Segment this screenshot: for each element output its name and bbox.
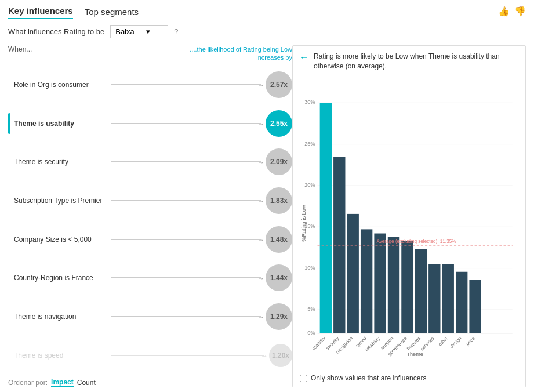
thumbs-down-icon[interactable]: 👎 — [514, 6, 526, 17]
bar-price[interactable] — [469, 280, 481, 333]
item-connector-line: → — [111, 239, 261, 240]
sort-impact-option[interactable]: Impact — [51, 378, 74, 387]
svg-text:20%: 20% — [304, 182, 315, 188]
bar-reliability[interactable] — [374, 233, 386, 333]
filter-row: What influences Rating to be Baixa ▾ ? — [8, 25, 526, 38]
table-row[interactable]: Country-Region is France → 1.44x — [8, 259, 292, 297]
svg-text:5%: 5% — [307, 306, 315, 312]
bar-design[interactable] — [456, 271, 467, 333]
likelihood-label: ....the likelihood of Rating being Low i… — [188, 45, 292, 62]
bar-security[interactable] — [333, 157, 345, 333]
left-header: When... ....the likelihood of Rating bei… — [8, 45, 292, 62]
show-influencers-label[interactable]: Only show values that are influencers — [311, 374, 426, 382]
right-panel-footer: Only show values that are influencers — [300, 374, 518, 382]
filter-prefix-label: What influences Rating to be — [8, 27, 104, 36]
right-panel-title: Rating is more likely to be Low when The… — [314, 52, 518, 71]
bar-chart-container: 30% 25% 20% 15% 10% 5% 0% %Rating is Low — [300, 76, 518, 371]
filter-value: Baixa — [115, 27, 135, 36]
item-connector-line: → — [111, 355, 264, 356]
svg-text:Theme: Theme — [406, 351, 423, 357]
influencer-label: Subscription Type is Premier — [14, 197, 107, 205]
filter-help-icon[interactable]: ? — [174, 27, 178, 36]
influencer-value-bubble: 1.44x — [266, 264, 292, 291]
influencer-label: Theme is usability — [14, 119, 107, 128]
arrow-right-icon: → — [257, 313, 264, 321]
sort-row: Ordenar por: Impact Count — [8, 375, 292, 387]
bar-features[interactable] — [415, 249, 427, 333]
selected-indicator-bar — [8, 113, 10, 134]
bar-services[interactable] — [428, 264, 440, 333]
bar-support[interactable] — [388, 237, 399, 333]
arrow-right-icon: → — [257, 81, 264, 89]
table-row[interactable]: Role in Org is consumer → 2.57x — [8, 66, 292, 104]
back-arrow-icon[interactable]: ← — [300, 52, 309, 63]
bar-chart-svg: 30% 25% 20% 15% 10% 5% 0% %Rating is Low — [300, 76, 518, 371]
svg-text:design: design — [449, 336, 462, 349]
arrow-right-icon: → — [257, 158, 264, 166]
thumbs-up-icon[interactable]: 👍 — [498, 6, 510, 17]
item-connector-line: → — [111, 123, 261, 124]
svg-text:Average (excluding selected): : Average (excluding selected): 11.35% — [376, 238, 456, 244]
item-connector-line: → — [111, 84, 261, 85]
influencer-label: Role in Org is consumer — [14, 81, 107, 89]
table-row[interactable]: Company Size is < 5,000 → 1.48x — [8, 220, 292, 259]
bar-governance[interactable] — [401, 241, 413, 333]
bar-other[interactable] — [442, 264, 454, 333]
svg-text:reliability: reliability — [364, 335, 381, 352]
when-label: When... — [8, 45, 32, 62]
table-row[interactable]: Theme is speed → 1.20x — [8, 336, 292, 375]
influencer-label: Theme is speed — [14, 351, 107, 360]
svg-text:0%: 0% — [307, 329, 315, 335]
item-connector-line: → — [111, 277, 261, 278]
influencer-value-bubble: 2.09x — [266, 148, 292, 175]
table-row[interactable]: Theme is security → 2.09x — [8, 143, 292, 182]
influencer-value-bubble: 1.48x — [266, 226, 292, 253]
svg-text:other: other — [438, 335, 449, 347]
bar-speed[interactable] — [361, 229, 372, 333]
tabs-row: Key influencers Top segments 👍 👎 — [8, 6, 526, 19]
influencer-label: Theme is navigation — [14, 313, 107, 321]
influencer-label: Company Size is < 5,000 — [14, 235, 107, 244]
table-row[interactable]: Theme is navigation → 1.29x — [8, 297, 292, 336]
influencer-list: Role in Org is consumer → 2.57x Theme is… — [8, 66, 292, 375]
chart-area: 30% 25% 20% 15% 10% 5% 0% %Rating is Low — [300, 76, 518, 371]
bar-usability[interactable] — [320, 103, 332, 333]
tab-top-segments[interactable]: Top segments — [85, 7, 139, 19]
chevron-down-icon: ▾ — [146, 27, 150, 36]
table-row[interactable]: Theme is usability → 2.55x — [8, 104, 292, 143]
influencer-label: Theme is security — [14, 158, 107, 166]
influencer-label: Country-Region is France — [14, 274, 107, 282]
arrow-right-icon: → — [257, 197, 264, 205]
svg-text:usability: usability — [311, 335, 327, 351]
influencer-value-bubble: 1.83x — [266, 187, 292, 214]
arrow-right-icon: → — [257, 236, 264, 244]
influencer-value-bubble: 1.29x — [266, 303, 292, 330]
table-row[interactable]: Subscription Type is Premier → 1.83x — [8, 182, 292, 220]
bar-navigation[interactable] — [347, 213, 359, 333]
show-influencers-checkbox[interactable] — [300, 375, 307, 382]
tab-icons: 👍 👎 — [498, 6, 526, 17]
influencer-value-bubble: 2.57x — [266, 71, 292, 98]
svg-text:10%: 10% — [304, 264, 315, 270]
filter-dropdown[interactable]: Baixa ▾ — [110, 25, 168, 38]
arrow-right-icon: → — [257, 274, 264, 282]
tab-key-influencers[interactable]: Key influencers — [8, 6, 73, 19]
svg-text:price: price — [465, 335, 476, 346]
svg-text:25%: 25% — [304, 140, 315, 146]
right-panel-header: ← Rating is more likely to be Low when T… — [300, 52, 518, 71]
arrow-right-icon: → — [261, 352, 268, 360]
item-connector-line: → — [111, 161, 261, 162]
item-connector-line: → — [111, 316, 261, 317]
main-content: When... ....the likelihood of Rating bei… — [8, 45, 526, 387]
svg-text:services: services — [419, 336, 435, 351]
svg-text:30%: 30% — [304, 99, 315, 105]
item-connector-line: → — [111, 200, 261, 201]
sort-count-option[interactable]: Count — [77, 379, 96, 387]
svg-text:speed: speed — [354, 336, 367, 349]
svg-text:%Rating is Low: %Rating is Low — [301, 205, 307, 241]
influencer-value-bubble: 1.20x — [269, 344, 292, 367]
arrow-right-icon: → — [257, 120, 264, 128]
left-panel: When... ....the likelihood of Rating bei… — [8, 45, 292, 387]
sort-label: Ordenar por: — [8, 379, 48, 387]
right-panel: ← Rating is more likely to be Low when T… — [292, 45, 526, 387]
